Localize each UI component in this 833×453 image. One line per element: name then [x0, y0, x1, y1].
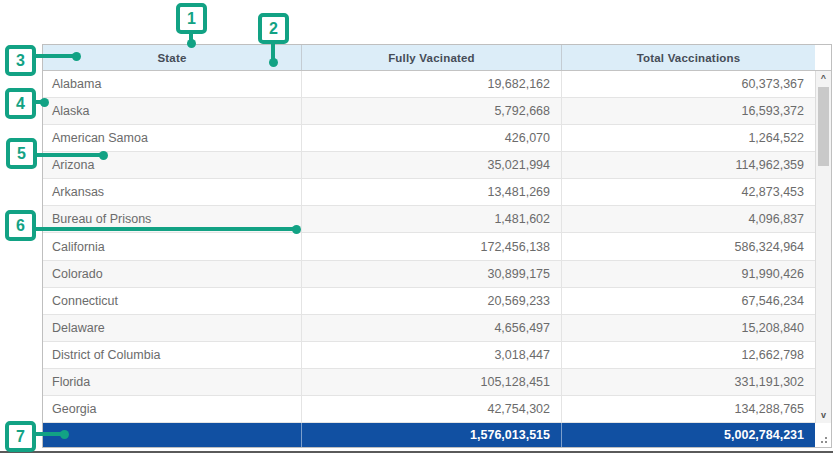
callout-3-box: 3	[5, 45, 36, 76]
column-header-total-vaccinations[interactable]: Total Vaccinations	[561, 45, 815, 70]
fully-vaccinated-cell: 4,656,497	[301, 315, 561, 341]
table-row[interactable]: Connecticut 20,569,233 67,546,234	[43, 288, 815, 315]
state-cell: Georgia	[43, 396, 301, 422]
fully-vaccinated-cell: 13,481,269	[301, 179, 561, 205]
screenshot-root: State Fully Vacinated Total Vaccinations…	[0, 0, 833, 453]
resize-grip-icon[interactable]	[825, 441, 827, 443]
callout-7-box: 7	[5, 421, 36, 452]
table-row[interactable]: American Samoa 426,070 1,264,522	[43, 125, 815, 152]
state-cell: Florida	[43, 369, 301, 395]
total-vaccinations-cell: 60,373,367	[561, 71, 815, 97]
table-body: Alabama 19,682,162 60,373,367 Alaska 5,7…	[43, 71, 831, 423]
total-vaccinations-cell: 586,324,964	[561, 233, 815, 259]
fully-vaccinated-cell: 42,754,302	[301, 396, 561, 422]
callout-7-dot	[60, 430, 69, 439]
total-vaccinations-cell: 331,191,302	[561, 369, 815, 395]
table-row[interactable]: Georgia 42,754,302 134,288,765	[43, 396, 815, 423]
callout-5-box: 5	[6, 138, 37, 169]
callout-2-dot	[269, 58, 278, 67]
callout-5-connector	[35, 153, 101, 157]
state-cell: Alaska	[43, 98, 301, 124]
fully-vaccinated-cell: 426,070	[301, 125, 561, 151]
callout-7-connector	[34, 432, 62, 436]
table-row[interactable]: Alaska 5,792,668 16,593,372	[43, 98, 815, 125]
callout-6-box: 6	[5, 210, 36, 241]
scrollbar-thumb[interactable]	[818, 87, 829, 166]
total-vaccinations-cell: 42,873,453	[561, 179, 815, 205]
table-row[interactable]: Arkansas 13,481,269 42,873,453	[43, 179, 815, 206]
table-row[interactable]: Arizona 35,021,994 114,962,359	[43, 152, 815, 179]
table-row[interactable]: Colorado 30,899,175 91,990,426	[43, 261, 815, 288]
vaccination-table: State Fully Vacinated Total Vaccinations…	[42, 44, 832, 448]
table-rows: Alabama 19,682,162 60,373,367 Alaska 5,7…	[43, 71, 815, 423]
total-vaccinations-cell: 114,962,359	[561, 152, 815, 178]
state-cell: California	[43, 233, 301, 259]
callout-1-box: 1	[176, 3, 207, 34]
fully-vaccinated-cell: 19,682,162	[301, 71, 561, 97]
header-scrollbar-corner	[815, 45, 831, 70]
state-cell: Connecticut	[43, 288, 301, 314]
total-vaccinations-cell: 134,288,765	[561, 396, 815, 422]
total-vaccinations-cell: 15,208,840	[561, 315, 815, 341]
fully-vaccinated-cell: 105,128,451	[301, 369, 561, 395]
callout-3-connector	[34, 54, 74, 58]
fully-vaccinated-cell: 30,899,175	[301, 261, 561, 287]
callout-6-connector	[34, 227, 294, 231]
table-row[interactable]: District of Columbia 3,018,447 12,662,79…	[43, 342, 815, 369]
callout-6-dot	[292, 225, 301, 234]
fully-vaccinated-cell: 20,569,233	[301, 288, 561, 314]
callout-2-box: 2	[258, 13, 289, 44]
total-fully-vaccinated-cell: 1,576,013,515	[301, 423, 561, 447]
vertical-scrollbar[interactable]: ^ v	[815, 71, 831, 423]
table-header-row: State Fully Vacinated Total Vaccinations	[43, 45, 831, 71]
table-row[interactable]: Delaware 4,656,497 15,208,840	[43, 315, 815, 342]
total-vaccinations-cell: 91,990,426	[561, 261, 815, 287]
total-vaccinations-cell: 1,264,522	[561, 125, 815, 151]
state-cell: Colorado	[43, 261, 301, 287]
fully-vaccinated-cell: 35,021,994	[301, 152, 561, 178]
state-cell: Alabama	[43, 71, 301, 97]
callout-3-dot	[72, 52, 81, 61]
state-cell: American Samoa	[43, 125, 301, 151]
callout-1-dot	[187, 39, 196, 48]
total-vaccinations-cell: 67,546,234	[561, 288, 815, 314]
scroll-up-icon[interactable]: ^	[816, 72, 831, 85]
table-row[interactable]: Florida 105,128,451 331,191,302	[43, 369, 815, 396]
state-cell: Arkansas	[43, 179, 301, 205]
total-vaccinations-cell: 12,662,798	[561, 342, 815, 368]
fully-vaccinated-cell: 172,456,138	[301, 233, 561, 259]
total-vaccinations-sum-cell: 5,002,784,231	[561, 423, 815, 447]
callout-5-dot	[99, 151, 108, 160]
callout-4-box: 4	[5, 88, 36, 119]
fully-vaccinated-cell: 5,792,668	[301, 98, 561, 124]
table-row[interactable]: Alabama 19,682,162 60,373,367	[43, 71, 815, 98]
state-cell: Delaware	[43, 315, 301, 341]
table-row[interactable]: California 172,456,138 586,324,964	[43, 233, 815, 260]
callout-4-dot	[40, 98, 49, 107]
total-row: 1,576,013,515 5,002,784,231	[43, 423, 815, 447]
state-cell: District of Columbia	[43, 342, 301, 368]
fully-vaccinated-cell: 3,018,447	[301, 342, 561, 368]
column-header-state[interactable]: State	[43, 45, 301, 70]
total-vaccinations-cell: 16,593,372	[561, 98, 815, 124]
fully-vaccinated-cell: 1,481,602	[301, 206, 561, 232]
total-vaccinations-cell: 4,096,837	[561, 206, 815, 232]
table-bottom-corner	[815, 423, 831, 447]
scroll-down-icon[interactable]: v	[816, 409, 831, 422]
total-state-cell	[43, 423, 301, 447]
column-header-fully-vaccinated[interactable]: Fully Vacinated	[301, 45, 561, 70]
